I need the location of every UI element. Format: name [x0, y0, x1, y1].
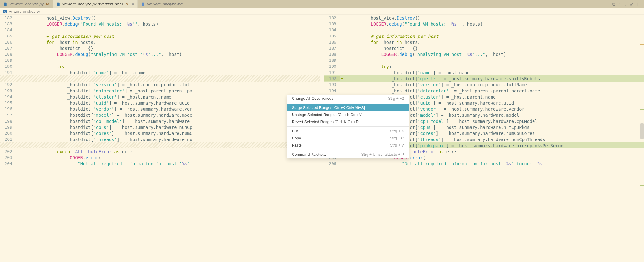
menu-item-label: Command Palette...	[292, 152, 326, 157]
tab-2[interactable]: ↓vmware_analyze.md	[138, 0, 186, 8]
split-icon[interactable]: ◫	[637, 2, 641, 7]
line-number: 191	[324, 70, 340, 75]
line-number: 206	[324, 161, 340, 166]
compare-icon[interactable]: ⧉	[612, 2, 615, 7]
line-number: 184	[0, 28, 15, 32]
line-number: 204	[0, 161, 15, 166]
code-line[interactable]: 182 host_view.Destroy()	[0, 15, 320, 21]
code-content: _hostdict['cores'] = _host.summary.hardw…	[24, 131, 192, 136]
code-content: host_view.Destroy()	[24, 15, 96, 20]
close-icon[interactable]: ×	[132, 2, 134, 6]
tab-1[interactable]: vmware_analyze.py (Working Tree)M×	[53, 0, 138, 8]
code-line[interactable]: 191 _hostdict['name'] = _host.name	[0, 69, 320, 75]
line-number: 193	[324, 82, 340, 87]
code-line[interactable]: 197 _hostdict['model'] = _host.summary.h…	[0, 112, 320, 118]
code-line[interactable]: 182 host_view.Destroy()	[324, 15, 644, 21]
code-line[interactable]: 190 try:	[324, 63, 644, 69]
code-line[interactable]: 187 _hostdict = {}	[0, 45, 320, 51]
context-menu-item[interactable]: PasteStrg + V	[287, 142, 409, 149]
code-line[interactable]: 183 LOGGER.debug("Found VM hosts: '%s'",…	[0, 21, 320, 27]
line-number: 190	[0, 64, 15, 69]
tab-0[interactable]: vmware_analyze.pyM	[0, 0, 53, 8]
context-menu-item[interactable]: Change All OccurrencesStrg + F2	[287, 95, 409, 102]
context-menu-item[interactable]: Unstage Selected Ranges [Ctrl+K Ctrl+N]	[287, 111, 409, 118]
code-line[interactable]: 194 _hostdict['cluster'] = _host.parent.…	[0, 94, 320, 100]
code-line[interactable]: 194 _hostdict['datacenter'] = _host.pare…	[324, 88, 644, 94]
line-number: 186	[0, 40, 15, 44]
code-line[interactable]: 195 _hostdict['uuid'] = _host.summary.ha…	[0, 100, 320, 106]
python-file-icon	[3, 2, 8, 6]
code-line[interactable]: 183 LOGGER.debug("Found VM hosts: '%s'",…	[324, 21, 644, 27]
line-number: 188	[0, 52, 15, 57]
code-line[interactable]: 206 "Not all required information for ho…	[324, 161, 644, 167]
code-line[interactable]: 200 _hostdict['cores'] = _host.summary.h…	[0, 130, 320, 136]
code-content: _hostdict['model'] = _host.summary.hardw…	[24, 113, 192, 118]
code-content: _hostdict['cpus'] = _host.summary.hardwa…	[24, 125, 192, 130]
code-line[interactable]: 193 _hostdict['datacenter'] = _host.pare…	[0, 88, 320, 94]
code-line[interactable]: 193 _hostdict['version'] = _host.config.…	[324, 82, 644, 88]
code-line[interactable]	[0, 75, 320, 82]
code-line[interactable]: 189	[324, 57, 644, 63]
expand-icon[interactable]: ⤢	[630, 2, 633, 7]
context-menu-item[interactable]: CutStrg + X	[287, 128, 409, 135]
code-line[interactable]: 201 _hostdict['threads'] = _host.summary…	[0, 136, 320, 142]
python-file-icon	[56, 2, 61, 6]
code-line[interactable]: 186 for _host in hosts:	[324, 39, 644, 45]
code-line[interactable]: 186 for _host in hosts:	[0, 39, 320, 45]
line-number: 190	[324, 64, 340, 69]
code-line[interactable]: 199 _hostdict['cpus'] = _host.summary.ha…	[0, 124, 320, 130]
code-line[interactable]: 185 # get information per host	[0, 33, 320, 39]
tabbar-actions: ⧉ ↑ ↓ ⤢ ◫	[612, 0, 644, 8]
menu-item-label: Cut	[292, 129, 298, 133]
code-line[interactable]: 185 # get information per host	[324, 33, 644, 39]
scrollbar-thumb[interactable]	[640, 123, 644, 139]
context-menu-item[interactable]: Revert Selected Ranges [Ctrl+K Ctrl+R]	[287, 118, 409, 125]
code-content: _hostdict['datacenter'] = _host.parent.p…	[24, 88, 192, 93]
code-line[interactable]: 187 _hostdict = {}	[324, 45, 644, 51]
menu-item-shortcut: Strg + F2	[388, 96, 404, 101]
code-line[interactable]: 188 LOGGER.debug("Analyzing VM host '%s'…	[0, 51, 320, 57]
line-number: 197	[0, 113, 15, 117]
code-content: _hostdict['name'] = _host.name	[349, 70, 470, 75]
menu-item-label: Copy	[292, 136, 301, 140]
code-line[interactable]: 203 LOGGER.error(	[0, 155, 320, 161]
code-content: except AttributeError as err:	[24, 149, 132, 154]
code-line[interactable]: 192+ _hostdict['giertz'] = _host.summary…	[324, 75, 644, 82]
line-number: 183	[0, 21, 15, 26]
context-menu-item[interactable]: Command Palette...Strg + Umschalttaste +…	[287, 151, 409, 158]
menu-separator	[287, 126, 409, 127]
code-line[interactable]: 192 _hostdict['version'] = _host.config.…	[0, 82, 320, 88]
code-line[interactable]: 184	[0, 27, 320, 33]
line-number: 185	[0, 34, 15, 38]
code-content: _hostdict['version'] = _host.config.prod…	[349, 82, 527, 87]
code-line[interactable]: 198 _hostdict['cpu_model'] = _host.summa…	[0, 118, 320, 124]
breadcrumb[interactable]: py vmware_analyze.py	[0, 8, 644, 15]
code-line[interactable]: 190 try:	[0, 63, 320, 69]
code-line[interactable]: 188 LOGGER.debug("Analyzing VM host '%s'…	[324, 51, 644, 57]
diff-pane-original[interactable]: 182 host_view.Destroy()183 LOGGER.debug(…	[0, 15, 320, 262]
line-number: 185	[324, 34, 340, 38]
code-content: _hostdict['vendor'] = _host.summary.hard…	[24, 107, 192, 112]
tab-label: vmware_analyze.py	[10, 2, 44, 6]
code-line[interactable]: 184	[324, 27, 644, 33]
code-content: _hostdict['threads'] = _host.summary.har…	[24, 137, 192, 142]
menu-item-label: Change All Occurrences	[292, 96, 333, 101]
svg-text:py: py	[4, 10, 6, 13]
context-menu-item[interactable]: Stage Selected Ranges [Ctrl+K Ctrl+Alt+S…	[287, 104, 409, 111]
arrow-down-icon[interactable]: ↓	[624, 2, 626, 7]
context-menu: Change All OccurrencesStrg + F2Stage Sel…	[287, 95, 409, 158]
code-line[interactable]: 189	[0, 57, 320, 63]
code-line[interactable]: 196 _hostdict['vendor'] = _host.summary.…	[0, 106, 320, 112]
code-line[interactable]	[0, 142, 320, 148]
arrow-up-icon[interactable]: ↑	[619, 2, 621, 7]
line-number: 184	[324, 28, 340, 32]
line-number: 182	[0, 15, 15, 20]
line-number: 191	[0, 70, 15, 75]
line-number: 189	[0, 58, 15, 63]
python-file-icon: py	[3, 9, 7, 14]
code-content: for _host in hosts:	[24, 40, 96, 45]
code-line[interactable]: 204 "Not all required information for ho…	[0, 161, 320, 167]
context-menu-item[interactable]: CopyStrg + C	[287, 135, 409, 142]
code-line[interactable]: 202 except AttributeError as err:	[0, 148, 320, 155]
code-line[interactable]: 191 _hostdict['name'] = _host.name	[324, 69, 644, 75]
